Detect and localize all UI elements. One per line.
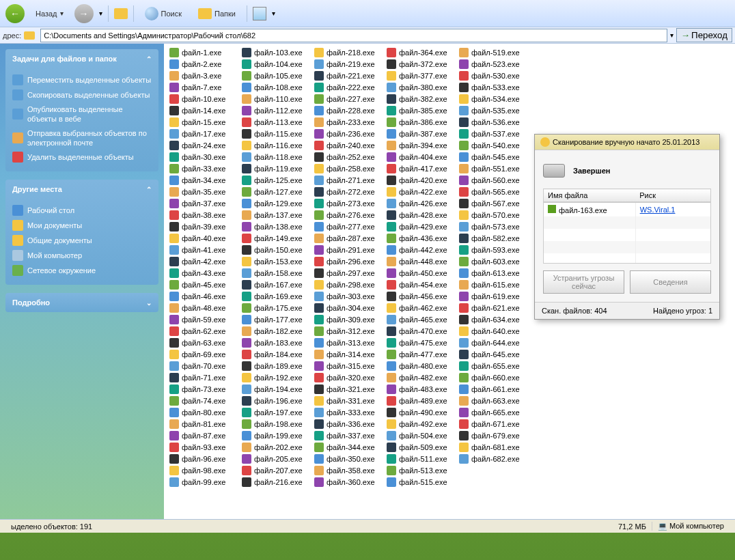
file-item[interactable]: файл-34.exe [167,174,239,186]
file-item[interactable]: файл-404.exe [384,151,456,163]
file-item[interactable]: файл-184.exe [239,348,311,360]
file-item[interactable]: файл-103.exe [239,46,311,58]
file-item[interactable]: файл-240.exe [311,139,384,151]
file-item[interactable]: файл-465.exe [384,313,456,325]
file-item[interactable]: файл-15.exe [167,116,239,128]
file-item[interactable]: файл-38.exe [167,209,239,221]
file-item[interactable]: файл-69.exe [167,348,239,360]
file-item[interactable]: файл-382.exe [384,93,456,104]
file-item[interactable]: файл-489.exe [384,395,456,406]
details-header[interactable]: Подробно⌄ [5,293,158,312]
file-item[interactable]: файл-462.exe [384,302,456,313]
file-item[interactable]: файл-536.exe [456,116,529,128]
file-item[interactable]: файл-660.exe [456,372,529,383]
file-item[interactable]: файл-153.exe [239,255,311,267]
file-item[interactable]: файл-116.exe [239,139,311,151]
file-item[interactable]: файл-276.exe [311,209,384,221]
file-item[interactable]: файл-315.exe [311,360,384,372]
file-item[interactable]: файл-1.exe [167,46,239,58]
file-item[interactable]: файл-183.exe [239,337,311,348]
file-item[interactable]: файл-537.exe [456,128,529,139]
tasks-header[interactable]: Задачи для файлов и папок⌃ [5,49,158,68]
file-item[interactable]: файл-98.exe [167,464,239,476]
go-button[interactable]: →Переход [676,28,732,42]
file-item[interactable]: файл-194.exe [239,383,311,395]
file-item[interactable]: файл-358.exe [311,464,384,476]
file-item[interactable]: файл-43.exe [167,267,239,279]
file-item[interactable]: файл-331.exe [311,395,384,406]
file-item[interactable]: файл-33.exe [167,163,239,174]
file-item[interactable]: файл-3.exe [167,70,239,81]
file-item[interactable]: файл-475.exe [384,337,456,348]
file-item[interactable]: файл-540.exe [456,139,529,151]
file-item[interactable]: файл-535.exe [456,104,529,116]
file-item[interactable]: файл-129.exe [239,197,311,209]
file-item[interactable]: файл-387.exe [384,128,456,139]
file-item[interactable]: файл-182.exe [239,325,311,337]
file-item[interactable]: файл-59.exe [167,313,239,325]
file-item[interactable]: файл-454.exe [384,279,456,290]
search-button[interactable]: Поиск [139,4,187,23]
file-item[interactable]: файл-167.exe [239,279,311,290]
file-item[interactable]: файл-417.exe [384,163,456,174]
file-item[interactable]: файл-509.exe [384,441,456,453]
file-item[interactable]: файл-337.exe [311,430,384,441]
file-item[interactable]: файл-258.exe [311,163,384,174]
file-item[interactable]: файл-477.exe [384,348,456,360]
file-item[interactable]: файл-442.exe [384,244,456,255]
file-item[interactable]: файл-567.exe [456,197,529,209]
file-item[interactable]: файл-372.exe [384,58,456,70]
file-item[interactable]: файл-645.exe [456,348,529,360]
file-item[interactable]: файл-277.exe [311,221,384,232]
file-item[interactable]: файл-661.exe [456,383,529,395]
file-item[interactable]: файл-309.exe [311,313,384,325]
file-item[interactable]: файл-119.exe [239,163,311,174]
file-item[interactable]: файл-150.exe [239,244,311,255]
file-item[interactable]: файл-422.exe [384,186,456,197]
file-item[interactable]: файл-504.exe [384,430,456,441]
file-item[interactable]: файл-380.exe [384,81,456,93]
file-item[interactable]: файл-681.exe [456,441,529,453]
file-item[interactable]: файл-533.exe [456,81,529,93]
back-label[interactable]: Назад▾ [30,7,69,20]
file-item[interactable]: файл-519.exe [456,46,529,58]
file-item[interactable]: файл-177.exe [239,313,311,325]
file-item[interactable]: файл-219.exe [311,58,384,70]
file-item[interactable]: файл-344.exe [311,441,384,453]
place-item[interactable]: Сетевое окружение [12,263,152,278]
file-item[interactable]: файл-603.exe [456,255,529,267]
file-item[interactable]: файл-7.exe [167,81,239,93]
file-item[interactable]: файл-296.exe [311,255,384,267]
forward-button[interactable]: → [74,4,94,23]
file-item[interactable]: файл-456.exe [384,290,456,302]
file-item[interactable]: файл-175.exe [239,302,311,313]
file-item[interactable]: файл-14.exe [167,104,239,116]
file-item[interactable]: файл-297.exe [311,267,384,279]
scan-result-row[interactable]: файл-163.exe WS.Viral.1 [544,203,710,216]
file-item[interactable]: файл-515.exe [384,476,456,488]
file-item[interactable]: файл-385.exe [384,104,456,116]
file-item[interactable]: файл-227.exe [311,93,384,104]
file-item[interactable]: файл-360.exe [311,476,384,488]
file-item[interactable]: файл-560.exe [456,174,529,186]
file-item[interactable]: файл-46.exe [167,290,239,302]
col-risk[interactable]: Риск [635,189,710,202]
file-item[interactable]: файл-644.exe [456,337,529,348]
file-item[interactable]: файл-80.exe [167,406,239,418]
views-dropdown[interactable]: ▾ [272,10,275,17]
task-item[interactable]: Удалить выделенные объекты [12,150,152,165]
file-item[interactable]: файл-30.exe [167,151,239,163]
file-item[interactable]: файл-534.exe [456,93,529,104]
address-input[interactable] [40,29,667,42]
file-item[interactable]: файл-619.exe [456,290,529,302]
file-item[interactable]: файл-665.exe [456,406,529,418]
file-item[interactable]: файл-513.exe [384,464,456,476]
file-item[interactable]: файл-158.exe [239,267,311,279]
scan-results[interactable]: файл-163.exe WS.Viral.1 [543,202,711,264]
file-item[interactable]: файл-216.exe [239,476,311,488]
file-item[interactable]: файл-663.exe [456,395,529,406]
file-item[interactable]: файл-196.exe [239,395,311,406]
file-item[interactable]: файл-312.exe [311,325,384,337]
file-item[interactable]: файл-199.exe [239,430,311,441]
file-item[interactable]: файл-70.exe [167,360,239,372]
